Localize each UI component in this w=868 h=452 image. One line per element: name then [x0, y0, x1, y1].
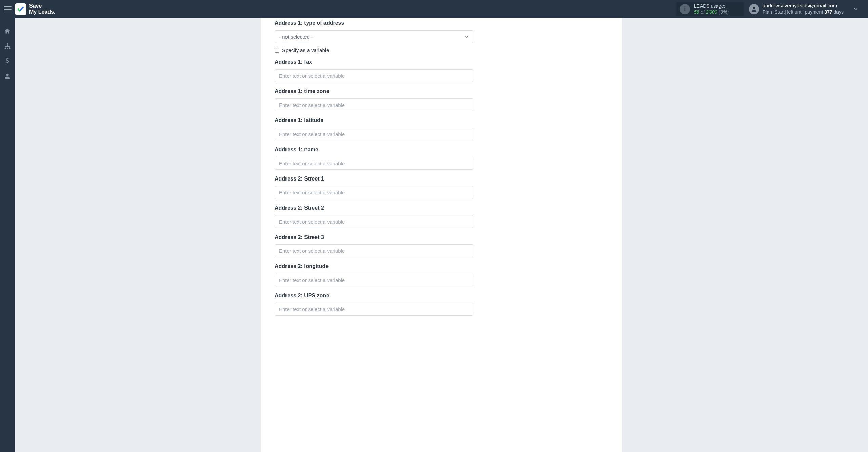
form-field: Address 2: UPS zone — [275, 293, 473, 316]
field-label: Address 1: name — [275, 147, 473, 153]
account-block[interactable]: andrewsavemyleads@gmail.com Plan |Start|… — [749, 3, 859, 15]
form-column: Address 1: type of address- not selected… — [275, 20, 473, 316]
info-icon: i — [680, 4, 690, 14]
usage-title: LEADS usage: — [694, 3, 729, 9]
text-input[interactable] — [275, 69, 473, 82]
brand-line2: My Leads. — [29, 9, 55, 15]
sidebar-item-connections[interactable] — [4, 42, 11, 50]
field-label: Address 2: UPS zone — [275, 293, 473, 299]
text-input[interactable] — [275, 303, 473, 316]
usage-used: 56 — [694, 9, 699, 15]
sidebar — [0, 18, 15, 452]
field-label: Address 1: time zone — [275, 88, 473, 94]
header-right: i LEADS usage: 56 of 2'000 (3%) andrewsa… — [676, 2, 859, 16]
field-label: Address 1: latitude — [275, 117, 473, 124]
svg-rect-3 — [7, 48, 8, 49]
field-label: Address 2: Street 2 — [275, 205, 473, 211]
svg-rect-1 — [7, 43, 8, 45]
usage-percent: (3%) — [719, 9, 729, 15]
text-input[interactable] — [275, 244, 473, 257]
account-text: andrewsavemyleads@gmail.com Plan |Start|… — [763, 3, 844, 15]
text-input[interactable] — [275, 157, 473, 170]
chevron-down-icon — [463, 34, 470, 40]
sidebar-item-home[interactable] — [4, 27, 11, 35]
account-dropdown-toggle[interactable] — [853, 6, 859, 12]
specify-variable-row[interactable]: Specify as a variable — [275, 47, 473, 53]
text-input[interactable] — [275, 215, 473, 228]
menu-toggle[interactable] — [4, 6, 12, 12]
header-left: Save My Leads. — [4, 3, 55, 15]
form-field: Address 1: time zone — [275, 88, 473, 111]
select-input[interactable]: - not selected - — [275, 30, 473, 43]
logo-icon — [15, 3, 26, 15]
app-header: Save My Leads. i LEADS usage: 56 of 2'00… — [0, 0, 868, 18]
account-plan: Plan |Start| left until payment 377 days — [763, 9, 844, 15]
text-input[interactable] — [275, 128, 473, 140]
usage-of: of — [701, 9, 705, 15]
usage-limit: 2'000 — [706, 9, 717, 15]
field-label: Address 1: fax — [275, 59, 473, 65]
specify-variable-checkbox[interactable] — [275, 48, 279, 53]
form-card: Address 1: type of address- not selected… — [261, 18, 622, 452]
sidebar-item-billing[interactable] — [4, 57, 11, 65]
svg-point-5 — [6, 74, 8, 76]
form-field: Address 1: name — [275, 147, 473, 170]
specify-variable-label: Specify as a variable — [282, 47, 329, 53]
field-label: Address 2: longitude — [275, 263, 473, 269]
sidebar-item-account[interactable] — [4, 72, 11, 80]
field-label: Address 2: Street 1 — [275, 176, 473, 182]
form-field: Address 2: Street 3 — [275, 234, 473, 257]
form-field: Address 1: type of address- not selected… — [275, 20, 473, 53]
svg-rect-2 — [5, 48, 6, 49]
field-label: Address 1: type of address — [275, 20, 473, 26]
svg-point-0 — [753, 7, 755, 9]
form-field: Address 2: longitude — [275, 263, 473, 286]
form-field: Address 2: Street 2 — [275, 205, 473, 228]
svg-rect-4 — [9, 48, 11, 49]
usage-values: 56 of 2'000 (3%) — [694, 9, 729, 15]
brand[interactable]: Save My Leads. — [15, 3, 55, 15]
usage-indicator[interactable]: i LEADS usage: 56 of 2'000 (3%) — [676, 2, 744, 16]
form-field: Address 1: latitude — [275, 117, 473, 140]
field-label: Address 2: Street 3 — [275, 234, 473, 240]
account-email: andrewsavemyleads@gmail.com — [763, 3, 844, 9]
form-field: Address 2: Street 1 — [275, 176, 473, 199]
usage-text: LEADS usage: 56 of 2'000 (3%) — [694, 3, 729, 15]
page-body: Address 1: type of address- not selected… — [15, 18, 868, 452]
text-input[interactable] — [275, 98, 473, 111]
avatar-icon — [749, 4, 759, 14]
form-field: Address 1: fax — [275, 59, 473, 82]
select-value: - not selected - — [279, 34, 313, 40]
text-input[interactable] — [275, 274, 473, 286]
text-input[interactable] — [275, 186, 473, 199]
brand-line1: Save — [29, 3, 55, 9]
brand-text: Save My Leads. — [29, 3, 55, 15]
